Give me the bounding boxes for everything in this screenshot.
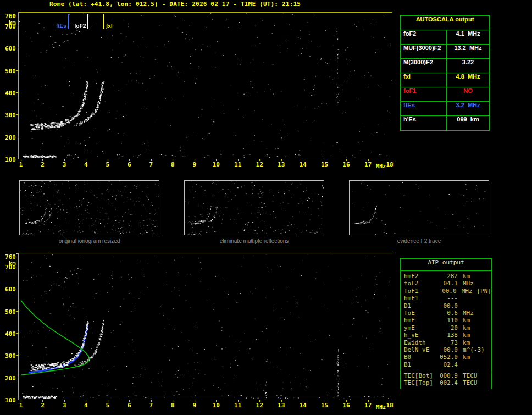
y-tick-label: 100: [1, 397, 16, 404]
ionogram-canvas-bottom: [19, 253, 392, 400]
thumbnail-caption-original: original ionogram resized: [19, 238, 160, 244]
y-tick: [16, 400, 18, 400]
thumbnail-no-multiples: [184, 180, 324, 235]
aip-value: 02.4: [438, 361, 458, 368]
aip-unit: MHz: [463, 309, 474, 317]
x-tick-label: 1: [14, 161, 27, 168]
x-tick: [346, 159, 347, 161]
x-tick-label: 13: [275, 161, 288, 168]
aip-unit: TECU: [463, 379, 478, 386]
x-tick-label: 9: [188, 161, 201, 168]
aip-param: B0: [404, 353, 438, 361]
y-tick-label: 200: [1, 134, 16, 141]
x-tick: [368, 400, 369, 402]
x-tick-label: 11: [231, 402, 245, 409]
aip-unit: m^(-3): [463, 346, 485, 353]
x-tick: [259, 159, 260, 161]
x-axis-unit: MHz: [376, 404, 386, 410]
aip-unit: km: [463, 353, 470, 361]
autoscala-value: 4.8 MHz: [447, 73, 489, 87]
autoscala-window: { "header": { "title": "Rome (lat: +41.8…: [0, 0, 532, 415]
aip-unit: TECU: [463, 372, 478, 379]
aip-param: Ewidth: [404, 339, 438, 346]
aip-param: ymE: [404, 324, 438, 331]
x-axis-unit: MHz: [376, 163, 386, 169]
aip-row: DelN_vE00.0m^(-3): [401, 346, 491, 353]
thumbnail-original-ionogram: [19, 180, 159, 235]
x-tick: [195, 400, 195, 402]
aip-param: B1: [404, 361, 438, 368]
x-tick: [238, 159, 239, 161]
autoscala-param: fxI: [401, 73, 447, 87]
autoscala-row: fxI4.8 MHz: [401, 73, 489, 87]
aip-param: foE: [404, 309, 438, 317]
x-tick-label: 3: [58, 402, 71, 409]
aip-value: 20: [438, 324, 458, 331]
aip-row: B102.4: [401, 361, 491, 368]
x-tick: [303, 159, 303, 161]
autoscala-param: M(3000)F2: [401, 59, 447, 73]
autoscala-param: ftEs: [401, 102, 447, 115]
header-title: Rome (lat: +41.8, lon: 012.5) - DATE: 20…: [49, 1, 301, 8]
x-tick: [238, 400, 239, 402]
y-tick-label: 600: [1, 45, 16, 52]
autoscala-table-title: AUTOSCALA output: [401, 16, 489, 30]
y-tick: [16, 253, 18, 254]
foF2-marker-line: [87, 14, 88, 29]
x-tick-label: 7: [145, 402, 158, 409]
y-axis-unit: km: [1, 19, 16, 26]
x-tick-label: 16: [340, 402, 353, 409]
fxI-marker-line: [103, 14, 104, 29]
aip-value: 00.0: [438, 302, 458, 309]
foF2-marker-label: foF2: [62, 23, 86, 29]
autoscala-value: 3.22: [447, 59, 489, 73]
x-tick: [151, 159, 152, 161]
aip-unit: km: [463, 273, 470, 280]
aip-param: hmE: [404, 317, 438, 324]
aip-value: 052.0: [438, 353, 458, 361]
aip-unit: MHz: [462, 287, 473, 295]
autoscala-row: M(3000)F23.22: [401, 59, 489, 73]
y-tick: [16, 289, 18, 289]
x-tick-label: 8: [166, 402, 179, 409]
aip-unit: km: [463, 317, 470, 324]
aip-row: B0052.0km: [401, 353, 491, 361]
x-tick-label: 5: [101, 161, 114, 168]
aip-value: 002.4: [438, 379, 458, 386]
aip-table-title: AIP output: [401, 259, 491, 271]
autoscala-row: ftEs3.2 MHz: [401, 102, 489, 116]
autoscala-value: 3.2 MHz: [447, 102, 489, 115]
x-tick-label: 12: [253, 161, 266, 168]
x-tick-label: 17: [362, 402, 375, 409]
x-tick: [390, 159, 390, 161]
x-tick: [21, 159, 21, 161]
x-tick: [129, 159, 130, 161]
y-tick-label: 100: [1, 156, 16, 163]
aip-note: [PN]: [477, 287, 492, 295]
x-tick-label: 6: [123, 402, 136, 409]
x-tick-label: 14: [296, 161, 309, 168]
x-tick: [325, 400, 325, 402]
aip-table-tec-rows: TEC[Bot]000.9TECUTEC[Top]002.4TECU: [401, 370, 491, 387]
fxI-marker-label: fxI: [106, 23, 130, 29]
x-tick: [21, 400, 21, 402]
aip-unit: km: [463, 339, 470, 346]
aip-param: h_vE: [404, 331, 438, 339]
y-tick: [16, 92, 18, 93]
autoscala-param: MUF(3000)F2: [401, 45, 447, 58]
x-tick: [303, 400, 303, 402]
aip-param: hmF1: [404, 295, 438, 302]
aip-row: hmF1---: [401, 295, 491, 302]
aip-value: 00.0: [437, 287, 457, 295]
y-axis-unit: km: [1, 260, 16, 267]
aip-value: 73: [438, 339, 458, 346]
aip-param: TEC[Top]: [404, 379, 438, 386]
x-tick-label: 8: [166, 161, 179, 168]
y-tick: [16, 13, 18, 13]
aip-value: 282: [438, 273, 458, 280]
x-tick-label: 11: [231, 161, 245, 168]
x-tick-label: 10: [209, 402, 223, 409]
y-tick: [16, 311, 18, 312]
aip-row: TEC[Top]002.4TECU: [401, 379, 491, 386]
x-tick-label: 15: [318, 161, 331, 168]
